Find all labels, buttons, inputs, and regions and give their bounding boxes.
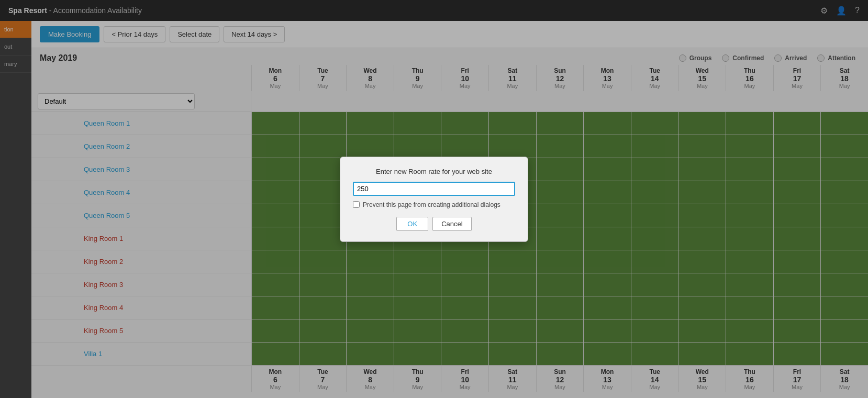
dialog-overlay: Enter new Room rate for your web site Pr… [0, 0, 868, 398]
dialog-box: Enter new Room rate for your web site Pr… [340, 157, 528, 242]
dialog-cancel-button[interactable]: Cancel [432, 217, 471, 231]
dialog-checkbox[interactable] [353, 201, 360, 208]
dialog-title: Enter new Room rate for your web site [353, 168, 515, 175]
dialog-buttons: OK Cancel [353, 217, 515, 231]
dialog-checkbox-label: Prevent this page from creating addition… [363, 201, 500, 208]
dialog-input[interactable] [353, 182, 515, 196]
dialog-ok-button[interactable]: OK [396, 217, 428, 231]
dialog-checkbox-row: Prevent this page from creating addition… [353, 201, 515, 208]
